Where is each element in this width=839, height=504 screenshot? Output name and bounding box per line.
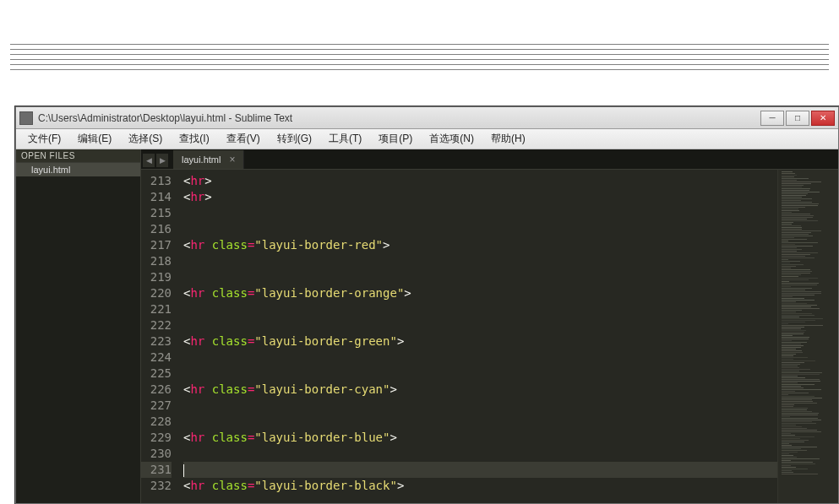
tab-label: layui.html [182,154,221,165]
code-line[interactable]: <hr class="layui-border-black"> [183,478,777,494]
sidebar-heading: OPEN FILES [16,149,140,163]
menu-item-2[interactable]: 选择(S) [122,130,169,148]
line-number: 216 [141,221,172,237]
sidebar-file[interactable]: layui.html [16,163,140,176]
hr-green [10,59,829,60]
menu-item-5[interactable]: 转到(G) [270,130,319,148]
code-line[interactable]: <hr class="layui-border-cyan"> [183,382,777,398]
code-line[interactable]: <hr> [183,189,777,205]
workspace: OPEN FILES layui.html ◀ ▶ layui.html × 2… [16,149,838,503]
code-line[interactable]: <hr class="layui-border-blue"> [183,430,777,446]
code-line[interactable] [183,205,777,221]
window-title: C:\Users\Administrator\Desktop\layui.htm… [38,112,760,124]
line-number: 232 [141,478,172,494]
hr-orange [10,54,829,55]
code-line[interactable] [183,462,777,478]
line-number: 219 [141,269,172,285]
line-number: 226 [141,382,172,398]
menu-item-3[interactable]: 查找(I) [172,130,215,148]
code-line[interactable] [183,221,777,237]
menu-item-6[interactable]: 工具(T) [322,130,368,148]
line-number: 214 [141,189,172,205]
code-area[interactable]: <hr><hr><hr class="layui-border-red"><hr… [178,170,777,503]
tabstrip: ◀ ▶ layui.html × [141,149,838,170]
line-number: 220 [141,285,172,301]
line-number: 222 [141,317,172,333]
nav-forward-icon[interactable]: ▶ [156,154,168,167]
code-line[interactable] [183,301,777,317]
line-number: 225 [141,366,172,382]
maximize-button[interactable]: □ [786,111,809,126]
hr-default [10,44,829,45]
caret [183,464,184,477]
sublime-window: C:\Users\Administrator\Desktop\layui.htm… [15,106,839,504]
editor-column: ◀ ▶ layui.html × 21321421521621721821922… [141,149,838,503]
code-line[interactable]: <hr class="layui-border-red"> [183,237,777,253]
hr-red [10,49,829,50]
line-number: 228 [141,414,172,430]
nav-back-icon[interactable]: ◀ [143,154,155,167]
sidebar: OPEN FILES layui.html [16,149,141,503]
code-line[interactable]: <hr class="layui-border-green"> [183,333,777,350]
line-number: 229 [141,430,172,446]
code-line[interactable] [183,446,777,462]
menu-item-7[interactable]: 项目(P) [372,130,419,148]
menu-item-4[interactable]: 查看(V) [220,130,267,148]
code-line[interactable] [183,253,777,269]
menu-item-0[interactable]: 文件(F) [21,130,68,148]
menu-item-1[interactable]: 编辑(E) [71,130,118,148]
line-number: 215 [141,205,172,221]
code-line[interactable]: <hr> [183,173,777,189]
line-number: 223 [141,333,172,350]
minimap[interactable] [777,170,838,503]
code-line[interactable]: <hr class="layui-border-orange"> [183,285,777,301]
hr-blue [10,69,829,70]
line-number: 230 [141,446,172,462]
minimize-button[interactable]: ─ [760,111,784,126]
code-line[interactable] [183,366,777,382]
menubar: 文件(F)编辑(E)选择(S)查找(I)查看(V)转到(G)工具(T)项目(P)… [16,129,838,149]
menu-item-9[interactable]: 帮助(H) [484,130,532,148]
line-number: 227 [141,398,172,414]
tab-active[interactable]: layui.html × [173,150,244,169]
menu-item-8[interactable]: 首选项(N) [422,130,481,148]
gutter: 2132142152162172182192202212222232242252… [141,170,178,503]
code-line[interactable] [183,269,777,285]
line-number: 217 [141,237,172,253]
code-line[interactable] [183,398,777,414]
line-number: 224 [141,350,172,366]
sublime-app-icon [19,111,33,125]
line-number: 221 [141,301,172,317]
line-number: 218 [141,253,172,269]
hr-cyan [10,64,829,65]
code-line[interactable] [183,350,777,366]
tab-close-icon[interactable]: × [229,154,235,165]
editor-body[interactable]: 2132142152162172182192202212222232242252… [141,170,838,503]
rendered-preview [0,2,839,70]
line-number: 231 [141,462,172,478]
code-line[interactable] [183,317,777,333]
code-line[interactable] [183,414,777,430]
titlebar[interactable]: C:\Users\Administrator\Desktop\layui.htm… [16,107,838,129]
close-button[interactable]: ✕ [811,111,835,126]
line-number: 213 [141,173,172,189]
